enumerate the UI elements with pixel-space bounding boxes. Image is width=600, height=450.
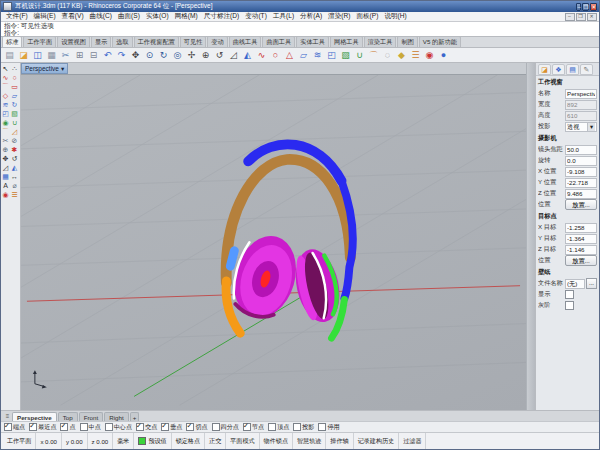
active-layer[interactable]: 预设值	[134, 433, 171, 449]
lock-icon[interactable]: ◆	[395, 49, 408, 61]
camera-x-field[interactable]: -9.108	[565, 167, 597, 177]
toolbar-tab-0[interactable]: 标准	[2, 37, 22, 47]
viewport-tab-perspective[interactable]: Perspective	[12, 412, 57, 421]
wallpaper-gray-checkbox[interactable]	[565, 301, 574, 310]
status-toggle-4[interactable]: 智慧轨迹	[293, 433, 326, 449]
move-icon[interactable]: ✢	[185, 49, 198, 61]
osnap-checkbox-6[interactable]	[161, 423, 169, 431]
scale-icon[interactable]: ◿	[227, 49, 240, 61]
explode-tool-icon[interactable]: ✱	[10, 145, 19, 154]
scale-tool-icon[interactable]: ◿	[1, 163, 10, 172]
viewport-tab-right[interactable]: Right	[104, 412, 128, 421]
rotate-view-icon[interactable]: ↻	[157, 49, 170, 61]
print-icon[interactable]: ▦	[45, 49, 58, 61]
fillet-icon[interactable]: ⌒	[367, 49, 380, 61]
undo-icon[interactable]: ↶	[101, 49, 114, 61]
menu-item-5[interactable]: 实体(O)	[143, 12, 172, 21]
circle-icon[interactable]: ○	[269, 49, 282, 61]
viewport-tab-front[interactable]: Front	[79, 412, 103, 421]
sweep-tool-icon[interactable]: ≋	[1, 100, 10, 109]
render-icon[interactable]: ◉	[423, 49, 436, 61]
save-icon[interactable]: ◫	[31, 49, 44, 61]
trim-tool-icon[interactable]: ✂	[1, 136, 10, 145]
viewport-perspective[interactable]: Perspective ▾	[21, 63, 526, 410]
headphones-model[interactable]	[225, 144, 353, 338]
osnap-checkbox-4[interactable]	[105, 423, 113, 431]
mirror-tool-icon[interactable]: ◭	[10, 163, 19, 172]
layers-icon[interactable]: ☰	[409, 49, 422, 61]
toolbar-tab-2[interactable]: 设置视图	[57, 37, 90, 47]
join-tool-icon[interactable]: ⊕	[1, 145, 10, 154]
cut-icon[interactable]: ✂	[59, 49, 72, 61]
fillet-tool-icon[interactable]: ⌒	[1, 127, 10, 136]
mirror-icon[interactable]: ◭	[241, 49, 254, 61]
osnap-7[interactable]: 切点	[186, 423, 207, 432]
wallpaper-filename-browse-button[interactable]: ...	[586, 278, 597, 289]
zoom-extents-icon[interactable]: ◎	[171, 49, 184, 61]
pan-icon[interactable]: ✥	[129, 49, 142, 61]
close-button[interactable]: ✕	[590, 3, 597, 11]
osnap-2[interactable]: 点	[60, 423, 75, 432]
toolbar-tab-5[interactable]: 工作视窗配置	[134, 37, 179, 47]
menu-item-6[interactable]: 网格(M)	[172, 12, 201, 21]
text-tool-icon[interactable]: A	[1, 181, 10, 190]
rotate-tool-icon[interactable]: ↺	[10, 154, 19, 163]
target-x-field[interactable]: -1.258	[565, 223, 597, 233]
wallpaper-show-checkbox[interactable]	[565, 290, 574, 299]
menu-item-8[interactable]: 变动(T)	[242, 12, 270, 21]
osnap-checkbox-3[interactable]	[80, 423, 88, 431]
osnap-checkbox-5[interactable]	[136, 423, 144, 431]
toolbar-tab-6[interactable]: 可见性	[180, 37, 207, 47]
toolbar-tab-12[interactable]: 渲染工具	[364, 37, 397, 47]
toolbar-tab-14[interactable]: V5 的新功能	[419, 37, 461, 47]
properties-tab-icon[interactable]: ◪	[538, 64, 551, 75]
new-file-icon[interactable]: ▤	[3, 49, 16, 61]
camera-place-button[interactable]: 放置...	[565, 199, 597, 210]
solid-icon[interactable]: ▧	[339, 49, 352, 61]
viewport-canvas[interactable]	[21, 75, 526, 410]
menu-item-13[interactable]: 说明(H)	[381, 12, 409, 21]
toolbar-tab-9[interactable]: 曲面工具	[262, 37, 295, 47]
toolbar-tab-13[interactable]: 制图	[397, 37, 417, 47]
osnap-checkbox-1[interactable]	[29, 423, 37, 431]
move-tool-icon[interactable]: ✥	[1, 154, 10, 163]
analyze-tool-icon[interactable]: ⌀	[10, 181, 19, 190]
target-place-button[interactable]: 放置...	[565, 255, 597, 266]
camera-y-field[interactable]: -22.718	[565, 178, 597, 188]
cplane-status[interactable]: 工作平面	[3, 433, 36, 449]
status-toggle-0[interactable]: 锁定格点	[172, 433, 205, 449]
osnap-6[interactable]: 垂点	[161, 423, 182, 432]
new-viewport-tab-button[interactable]: +	[130, 412, 140, 421]
sphere-tool-icon[interactable]: ◉	[1, 118, 10, 127]
paste-icon[interactable]: ⊟	[87, 49, 100, 61]
toolbar-tab-8[interactable]: 曲线工具	[229, 37, 262, 47]
child-close-button[interactable]: ✕	[587, 13, 597, 21]
osnap-checkbox-2[interactable]	[60, 423, 68, 431]
wallpaper-filename-field[interactable]: (无)	[565, 279, 585, 289]
panel-splitter[interactable]	[526, 63, 535, 410]
osnap-checkbox-7[interactable]	[186, 423, 194, 431]
osnap-12[interactable]: 停用	[318, 423, 339, 432]
osnap-0[interactable]: 端点	[4, 423, 25, 432]
osnap-1[interactable]: 最近点	[29, 423, 56, 432]
lens-length-field[interactable]: 50.0	[565, 145, 597, 155]
viewport-tab-top[interactable]: Top	[58, 412, 78, 421]
projection-select[interactable]: 透视▾	[565, 122, 597, 132]
surface-icon[interactable]: ▱	[297, 49, 310, 61]
camera-z-field[interactable]: 9.486	[565, 189, 597, 199]
polyline-icon[interactable]: △	[283, 49, 296, 61]
viewport-tabs-grip-icon[interactable]: ≡	[3, 412, 12, 421]
arc-tool-icon[interactable]: ⌒	[1, 82, 10, 91]
toolbar-tab-3[interactable]: 显示	[91, 37, 111, 47]
select-icon[interactable]: ↖	[1, 64, 10, 73]
status-toggle-6[interactable]: 记录建构历史	[354, 433, 400, 449]
osnap-checkbox-10[interactable]	[268, 423, 276, 431]
right-earcup[interactable]	[289, 245, 345, 326]
boolean-icon[interactable]: ∪	[353, 49, 366, 61]
loft-icon[interactable]: ≋	[311, 49, 324, 61]
left-earcup[interactable]	[225, 229, 306, 325]
curve-tool-icon[interactable]: ∿	[1, 73, 10, 82]
osnap-5[interactable]: 交点	[136, 423, 157, 432]
zoom-icon[interactable]: ⊙	[143, 49, 156, 61]
chamfer-tool-icon[interactable]: ◿	[10, 127, 19, 136]
